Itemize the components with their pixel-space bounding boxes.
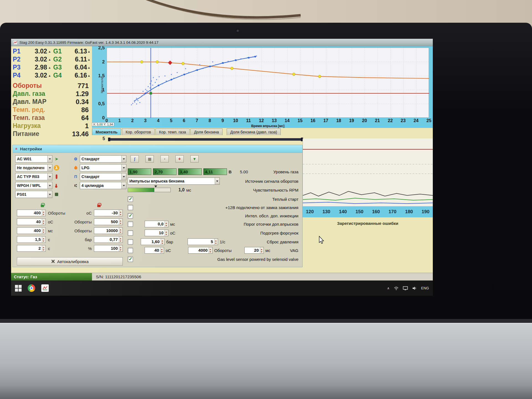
- mouse-cursor: [319, 236, 325, 244]
- autocal-spinner[interactable]: 40: [17, 218, 46, 225]
- chart-plot-area[interactable]: [107, 48, 429, 118]
- language-indicator[interactable]: ENG: [421, 286, 429, 290]
- adaptation-icon: ∫: [134, 157, 135, 161]
- osc-tick: 120: [306, 209, 314, 215]
- speaker-icon[interactable]: [412, 286, 417, 290]
- tab-rpm-correction[interactable]: Кор. оборотов: [122, 128, 155, 135]
- trend-up-icon: ▲: [87, 58, 91, 61]
- injector-heating-spinner[interactable]: 10: [145, 230, 168, 236]
- marker-button[interactable]: ▪: [160, 155, 169, 163]
- autocal-spinner[interactable]: 10000: [94, 227, 123, 234]
- vag-checkbox[interactable]: [128, 248, 133, 253]
- pressure-reset-rate-spinner[interactable]: 5: [188, 238, 218, 245]
- vag-rpm-spinner[interactable]: 4000: [188, 247, 213, 254]
- adaptation-button[interactable]: ∫: [131, 155, 139, 163]
- readings-panel: P13.02▲ G16.13▲ P23.02▲ G26.11▲ P32.98▲ …: [11, 46, 92, 145]
- filter-icon: ▼: [193, 157, 196, 161]
- autocal-rpm-spinner[interactable]: 400: [17, 210, 46, 216]
- osc-tick: 170: [388, 209, 396, 215]
- ignition-12v-label: +12В подключено от замка зажигания: [225, 205, 298, 210]
- tab-multiplier[interactable]: Множитель: [92, 128, 121, 135]
- fuel-select[interactable]: LPG: [80, 164, 126, 171]
- zoom-scrollbar[interactable]: [109, 138, 303, 141]
- injector-heating-checkbox[interactable]: [128, 230, 133, 236]
- injector-heating-label: Подогрев форсунок: [260, 231, 298, 235]
- chevron-down-icon[interactable]: [121, 182, 126, 189]
- autocal-spinner[interactable]: 2: [17, 245, 46, 252]
- chevron-down-icon[interactable]: [47, 164, 52, 171]
- temp-sensor-select[interactable]: WPGH / WPL: [15, 182, 52, 189]
- chevron-down-icon[interactable]: [47, 191, 52, 198]
- pressure-reset-spinner[interactable]: 1,60: [141, 238, 165, 245]
- extra-injection-cutoff-checkbox[interactable]: [128, 222, 133, 227]
- map-table-button[interactable]: ▦: [145, 155, 154, 163]
- stag-app-taskbar-icon[interactable]: [41, 284, 49, 292]
- filter-button[interactable]: ▼: [190, 155, 199, 163]
- autocalibration-button[interactable]: Автокалибровка: [17, 257, 123, 266]
- thermometer-icon: [54, 183, 59, 188]
- warm-start-checkbox[interactable]: [128, 197, 133, 202]
- chevron-down-icon[interactable]: [121, 173, 126, 180]
- gas-level-sensor-label: Gas level sensor powered by selenoid val…: [217, 257, 298, 262]
- ignition-12v-checkbox[interactable]: [128, 205, 133, 210]
- intelligent-service-checkbox[interactable]: [128, 213, 133, 218]
- multiplier-chart: Множитель 00,511,522,5 01234567891011121…: [92, 46, 433, 128]
- switch-select[interactable]: AC W01: [15, 155, 52, 163]
- oscilloscope-panel[interactable]: [303, 138, 433, 206]
- injection-type-select[interactable]: Стандарт: [80, 173, 126, 180]
- injectors-select[interactable]: AC TYP R03: [15, 173, 52, 180]
- collapse-icon[interactable]: «: [14, 148, 19, 150]
- gas-level-threshold-4[interactable]: 4,11: [203, 168, 227, 175]
- rpm-sensitivity-slider[interactable]: [128, 188, 171, 192]
- tab-gas-temp-correction[interactable]: Кор. темп. газа: [155, 128, 190, 135]
- add-point-button[interactable]: +: [175, 155, 184, 163]
- window-title: Stag 200 Easy 0.31.3.11695 Firmware: GoF…: [19, 40, 158, 45]
- autocal-spinner[interactable]: 1,5: [17, 236, 46, 243]
- vag-temp-spinner[interactable]: 40: [145, 247, 164, 254]
- autocal-spinner[interactable]: 500: [94, 218, 123, 225]
- pressure-reset-row: 1,60 бар 5 1/с Сброс давления: [128, 238, 298, 245]
- lock-icon[interactable]: [96, 202, 102, 208]
- wifi-icon[interactable]: [394, 286, 399, 290]
- chevron-down-icon[interactable]: [47, 173, 52, 180]
- chevron-down-icon[interactable]: [121, 156, 126, 162]
- chrome-icon[interactable]: [28, 284, 35, 292]
- vag-time-spinner[interactable]: 20: [244, 247, 264, 254]
- gas-level-threshold-2[interactable]: 2,70: [153, 168, 177, 175]
- settings-title: Настройки: [20, 146, 42, 151]
- settings-header[interactable]: « Настройки: [13, 145, 302, 153]
- chevron-down-icon[interactable]: [47, 182, 52, 189]
- unlock-icon[interactable]: [39, 202, 45, 208]
- settings-panel: « Настройки AC W01 ➤ Не подключен λ AC T…: [12, 145, 303, 267]
- tray-expand-icon[interactable]: ∧: [387, 286, 390, 290]
- mode-select[interactable]: Стандарт: [80, 155, 126, 163]
- cutoff-threshold-spinner[interactable]: 0,0: [145, 221, 168, 227]
- gas-level-sensor-checkbox[interactable]: [128, 257, 133, 262]
- chart-tabs: Множитель Кор. оборотов Кор. темп. газа …: [92, 128, 282, 135]
- injector-heating-row: 10 оС Подогрев форсунок: [128, 229, 298, 236]
- chevron-down-icon[interactable]: [215, 178, 219, 184]
- autocal-spinner[interactable]: 400: [17, 227, 46, 234]
- autocal-spinner[interactable]: 0,77: [94, 236, 123, 243]
- cylinders-select-row: ⑆ 4 цилиндра: [73, 182, 126, 189]
- intelligent-service-label: Интел. обсл. доп. инжекции: [245, 213, 298, 218]
- start-button[interactable]: [15, 285, 22, 292]
- gas-level-threshold-1[interactable]: 1,90: [128, 168, 151, 175]
- rpm-source-select[interactable]: Импульсы впрыска бензина: [128, 177, 220, 185]
- display-icon[interactable]: [403, 286, 408, 290]
- pressure-reset-checkbox[interactable]: [128, 239, 133, 244]
- tab-petrol-share-pressure[interactable]: Доля бензина (давл. газа): [227, 128, 281, 135]
- gas-level-threshold-3[interactable]: 3,40: [178, 168, 202, 175]
- mode-select-row: ⚙ Стандарт: [73, 155, 126, 163]
- chevron-down-icon[interactable]: [121, 164, 126, 171]
- trend-up-icon: ▲: [87, 50, 91, 53]
- autocal-spinner[interactable]: 100: [94, 245, 123, 252]
- g4-label: G4: [52, 72, 65, 79]
- lambda-select[interactable]: Не подключен: [15, 164, 52, 171]
- spinner-down-icon: [165, 224, 168, 227]
- tab-petrol-share[interactable]: Доля бензина: [190, 128, 222, 135]
- level-sensor-select[interactable]: PS01: [15, 191, 52, 198]
- autocal-temp-spinner[interactable]: -30: [94, 210, 123, 216]
- cylinders-select[interactable]: 4 цилиндра: [80, 182, 126, 189]
- chevron-down-icon[interactable]: [47, 156, 52, 162]
